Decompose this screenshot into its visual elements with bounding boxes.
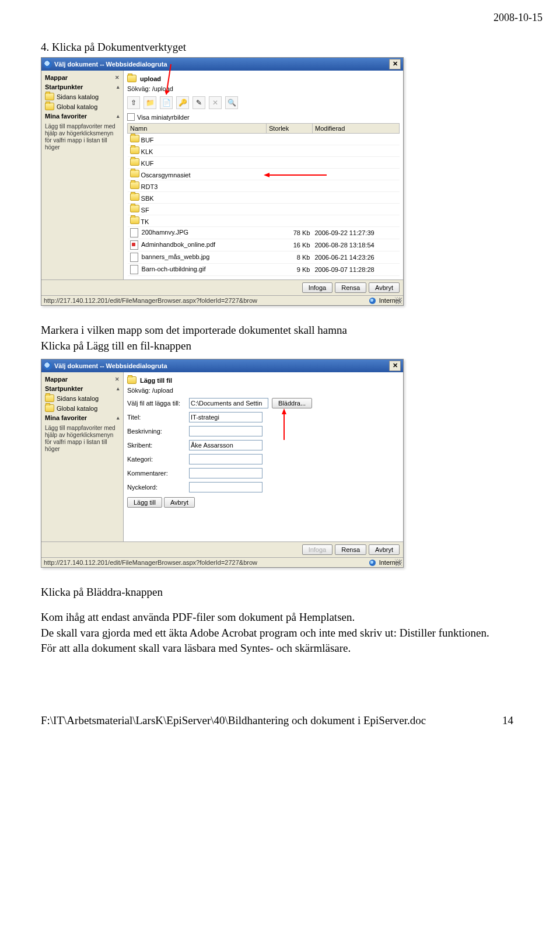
file-icon xyxy=(130,253,138,262)
path-row: Sökväg: /upload xyxy=(127,386,400,396)
sidebar-favorites-hint: Lägg till mappfavoriter med hjälp av hög… xyxy=(41,121,123,153)
chevron-icon: ✕ xyxy=(115,75,120,81)
col-size[interactable]: Storlek xyxy=(267,124,313,134)
sidebar-favorites-header[interactable]: Mina favoriter ▴ xyxy=(41,413,123,422)
thumbnail-toggle-row: Visa miniatyrbilder xyxy=(127,111,400,123)
folder-icon xyxy=(45,93,54,100)
instruction-text-6: För att alla dokument skall vara läsbara… xyxy=(41,641,525,656)
table-row[interactable]: Adminhandbok_online.pdf16 Kb2006-08-28 1… xyxy=(128,239,400,251)
table-row[interactable]: SF xyxy=(128,204,400,215)
add-file-button[interactable]: 📄 xyxy=(160,96,173,109)
table-row[interactable]: RDT3 xyxy=(128,180,400,192)
folder-icon xyxy=(130,193,139,201)
col-name[interactable]: Namn xyxy=(128,124,267,134)
up-folder-button[interactable]: ⇧ xyxy=(127,96,140,109)
category-input[interactable] xyxy=(189,454,262,464)
comments-input[interactable] xyxy=(189,468,262,478)
sidebar-item-page-catalog[interactable]: Sidans katalog xyxy=(41,92,123,102)
tool-button[interactable]: 🔑 xyxy=(176,96,189,109)
dialog-buttons: Infoga Rensa Avbryt xyxy=(41,541,403,557)
table-row[interactable]: SBK xyxy=(128,192,400,204)
table-row[interactable]: Barn-och-utbildning.gif9 Kb2006-09-07 11… xyxy=(128,264,400,276)
table-row[interactable]: KUF xyxy=(128,157,400,169)
close-button[interactable]: ✕ xyxy=(389,59,401,69)
table-row[interactable]: 200hamnvy.JPG78 Kb2006-09-22 11:27:39 xyxy=(128,227,400,239)
table-row[interactable]: TK xyxy=(128,215,400,227)
sidebar-item-global-catalog[interactable]: Global katalog xyxy=(41,102,123,111)
sidebar-favorites-header[interactable]: Mina favoriter ▴ xyxy=(41,111,123,121)
svg-marker-3 xyxy=(264,173,270,177)
instruction-text-4: Kom ihåg att endast använda PDF-filer so… xyxy=(41,610,525,625)
add-button[interactable]: Lägg till xyxy=(127,497,162,508)
cancel-form-button[interactable]: Avbryt xyxy=(164,497,195,508)
resize-grip[interactable] xyxy=(395,297,402,304)
folder-icon xyxy=(130,170,139,177)
folder-icon xyxy=(127,376,136,384)
folder-icon xyxy=(130,181,139,189)
thumbnail-checkbox[interactable] xyxy=(127,113,135,121)
folder-icon xyxy=(130,216,139,224)
file-dialog-2: Välj dokument -- Webbsidedialogruta ✕ Ma… xyxy=(41,359,404,568)
file-icon xyxy=(130,265,138,274)
folder-icon xyxy=(127,75,136,82)
status-url: http://217.140.112.201/edit/FileManagerB… xyxy=(44,297,366,304)
browse-button[interactable]: Bläddra... xyxy=(272,398,312,408)
chevron-up-icon: ▴ xyxy=(117,113,120,119)
title-input[interactable] xyxy=(189,412,262,422)
svg-marker-5 xyxy=(282,408,286,414)
new-folder-button[interactable]: 📁 xyxy=(144,96,156,109)
instruction-text-1: Markera i vilken mapp som det importerad… xyxy=(41,323,525,338)
sidebar-item-page-catalog[interactable]: Sidans katalog xyxy=(41,393,123,403)
form-row-desc: Beskrivning: xyxy=(127,424,400,438)
sidebar: Mappar ✕ Startpunkter ▴ Sidans katalog G… xyxy=(41,372,124,541)
table-row[interactable]: banners_mås_webb.jpg8 Kb2006-06-21 14:23… xyxy=(128,251,400,264)
file-icon xyxy=(130,240,138,250)
sidebar-startpoints-header[interactable]: Startpunkter ▴ xyxy=(41,82,123,92)
table-row[interactable]: KLK xyxy=(128,145,400,157)
resize-grip[interactable] xyxy=(395,559,402,566)
keywords-input[interactable] xyxy=(189,482,262,492)
description-input[interactable] xyxy=(189,426,262,436)
form-row-comments: Kommentarer: xyxy=(127,466,400,480)
clear-button[interactable]: Rensa xyxy=(335,544,366,555)
insert-button[interactable]: Infoga xyxy=(302,282,333,293)
footer: F:\IT\Arbetsmaterial\LarsK\EpiServer\40\… xyxy=(41,714,525,727)
sidebar-folders-header[interactable]: Mappar ✕ xyxy=(41,375,123,384)
form-row-title: Titel: xyxy=(127,410,400,424)
instruction-text-2: Klicka på Lägg till en fil-knappen xyxy=(41,339,525,354)
folder-icon xyxy=(130,158,139,166)
close-button[interactable]: ✕ xyxy=(389,361,401,371)
file-path-input[interactable] xyxy=(189,398,268,408)
red-arrow-icon xyxy=(264,171,328,179)
form-row-keywords: Nyckelord: xyxy=(127,480,400,494)
statusbar: http://217.140.112.201/edit/FileManagerB… xyxy=(41,557,403,567)
edit-button[interactable]: ✎ xyxy=(192,96,205,109)
col-modified[interactable]: Modifierad xyxy=(313,124,400,134)
statusbar: http://217.140.112.201/edit/FileManagerB… xyxy=(41,295,403,305)
folder-icon xyxy=(45,103,54,110)
cancel-button[interactable]: Avbryt xyxy=(369,282,400,293)
folder-icon xyxy=(45,394,54,402)
globe-icon xyxy=(369,298,376,304)
insert-button[interactable]: Infoga xyxy=(302,544,333,555)
footer-path: F:\IT\Arbetsmaterial\LarsK\EpiServer\40\… xyxy=(41,714,426,727)
sidebar-startpoints-header[interactable]: Startpunkter ▴ xyxy=(41,384,123,393)
breadcrumb: Lägg till fil xyxy=(127,375,400,386)
cancel-button[interactable]: Avbryt xyxy=(369,544,400,555)
section-heading: 4. Klicka på Dokumentverktyget xyxy=(41,41,525,54)
dialog-buttons: Infoga Rensa Avbryt xyxy=(41,279,403,295)
author-input[interactable] xyxy=(189,440,262,450)
search-button[interactable]: 🔍 xyxy=(225,96,238,109)
folder-icon xyxy=(45,404,54,412)
ie-icon xyxy=(44,362,52,370)
folder-icon xyxy=(130,205,139,212)
dialog-main: Lägg till fil Sökväg: /upload Välj fil a… xyxy=(124,372,403,541)
sidebar-item-global-catalog[interactable]: Global katalog xyxy=(41,403,123,413)
form-row-file: Välj fil att lägga till: Bläddra... xyxy=(127,396,400,410)
table-row[interactable]: BUF xyxy=(128,134,400,145)
delete-button[interactable]: ✕ xyxy=(209,96,222,109)
form-row-category: Kategori: xyxy=(127,452,400,466)
clear-button[interactable]: Rensa xyxy=(335,282,366,293)
sidebar-folders-header[interactable]: Mappar ✕ xyxy=(41,73,123,82)
chevron-up-icon: ▴ xyxy=(117,415,120,421)
